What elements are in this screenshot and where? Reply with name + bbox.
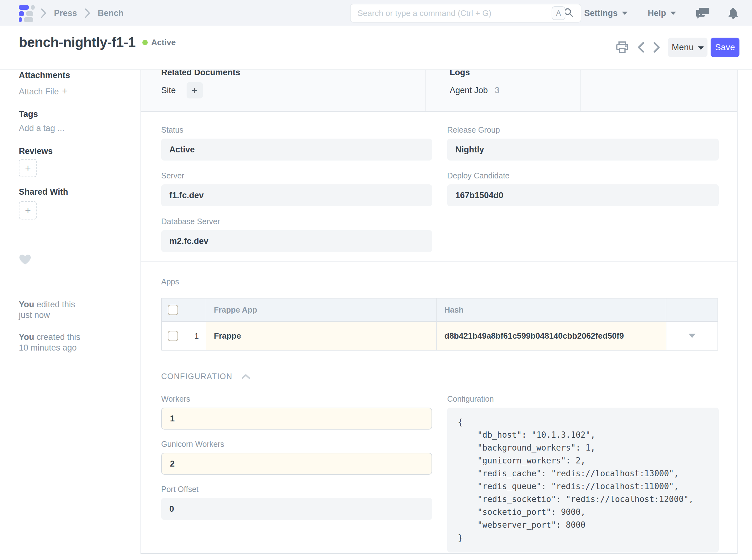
- workers-field: Workers 1: [161, 395, 432, 429]
- settings-menu[interactable]: Settings: [584, 8, 629, 18]
- details-section: Status Active Release Group Nightly Serv…: [141, 112, 737, 261]
- dashboard-empty-column: [580, 70, 737, 111]
- activity-action: created this: [37, 332, 81, 342]
- like-heart-icon[interactable]: [19, 254, 31, 266]
- notifications-bell-icon[interactable]: [728, 7, 739, 19]
- chevron-right-icon: [84, 8, 91, 19]
- agent-job-link[interactable]: Agent Job: [450, 86, 488, 95]
- configuration-section-heading: CONFIGURATION: [161, 372, 232, 381]
- created-activity: You created this10 minutes ago: [19, 332, 80, 353]
- add-review-button[interactable]: +: [19, 159, 37, 177]
- server-field-value[interactable]: f1.fc.dev: [161, 184, 432, 206]
- apps-grid-header: Frappe App Hash: [162, 299, 717, 322]
- page-actions: Menu Save: [616, 38, 739, 57]
- logs-heading: Logs: [450, 70, 470, 77]
- edited-activity: You edited thisjust now: [19, 299, 75, 320]
- apps-grid: Frappe App Hash 1 Frappe d8b421b49a8bf61…: [161, 298, 718, 351]
- chevron-up-icon: [241, 374, 251, 379]
- save-button-label: Save: [715, 42, 735, 52]
- release-group-field-value[interactable]: Nightly: [447, 139, 719, 161]
- row-expand-dropdown-icon[interactable]: [689, 334, 696, 338]
- gunicorn-workers-input[interactable]: 2: [161, 453, 432, 475]
- save-button[interactable]: Save: [711, 38, 739, 57]
- attach-file-button[interactable]: Attach File+: [19, 85, 68, 97]
- page-title: bench-nightly-f1-1: [19, 35, 136, 50]
- workers-input[interactable]: 1: [161, 407, 432, 429]
- form-sidebar: Attachments Attach File+ Tags Add a tag …: [19, 70, 138, 560]
- plus-icon: +: [192, 84, 198, 97]
- reviews-heading: Reviews: [19, 146, 53, 156]
- print-icon[interactable]: [616, 41, 629, 53]
- help-menu[interactable]: Help: [648, 8, 677, 18]
- frappe-logo-icon[interactable]: [19, 5, 36, 22]
- status-indicator: Active: [142, 38, 176, 47]
- status-field-value[interactable]: Active: [161, 139, 432, 161]
- site-link[interactable]: Site: [161, 86, 176, 95]
- add-site-button[interactable]: +: [186, 82, 203, 98]
- shared-with-heading: Shared With: [19, 187, 68, 197]
- plus-icon: +: [25, 205, 31, 216]
- agent-job-count: 3: [495, 86, 499, 95]
- select-all-checkbox[interactable]: [168, 305, 178, 315]
- related-documents-heading: Related Documents: [161, 70, 240, 77]
- hash-cell[interactable]: d8b421b49a8bf61c599b048140cbb2062fed50f9: [436, 322, 666, 350]
- activity-when: 10 minutes ago: [19, 343, 77, 353]
- table-row: 1 Frappe d8b421b49a8bf61c599b048140cbb20…: [162, 322, 717, 350]
- help-label: Help: [648, 8, 666, 18]
- frappe-app-cell[interactable]: Frappe: [206, 322, 436, 350]
- frappe-desk-bench-form: Press Bench A Settings Help: [0, 0, 752, 560]
- avatar-letter: A: [556, 9, 561, 18]
- chevron-down-icon: [670, 11, 677, 15]
- plus-icon: +: [25, 162, 31, 174]
- status-indicator-label: Active: [151, 38, 176, 47]
- form-layout: Attachments Attach File+ Tags Add a tag …: [0, 70, 752, 560]
- row-index: 1: [194, 332, 199, 341]
- configuration-json-field: Configuration { "db_host": "10.1.3.102",…: [447, 395, 719, 553]
- configuration-section: CONFIGURATION Workers 1 Gunicorn Workers…: [141, 359, 737, 553]
- plus-icon: +: [62, 85, 68, 97]
- port-offset-field: Port Offset 0: [161, 485, 432, 520]
- logs-column: Logs Agent Job 3: [425, 70, 580, 111]
- search-input[interactable]: [357, 8, 563, 18]
- status-field: Status Active: [161, 125, 432, 161]
- deploy-candidate-field-label: Deploy Candidate: [447, 171, 719, 180]
- port-offset-field-label: Port Offset: [161, 485, 432, 494]
- column-header-hash: Hash: [444, 305, 463, 315]
- release-group-field-label: Release Group: [447, 125, 719, 135]
- menu-button-label: Menu: [672, 42, 694, 52]
- form-body: Related Documents Site + Logs Agent Job …: [140, 70, 737, 554]
- settings-label: Settings: [584, 8, 618, 18]
- database-server-field-value[interactable]: m2.fc.dev: [161, 230, 432, 252]
- tags-heading: Tags: [19, 109, 38, 119]
- row-checkbox[interactable]: [168, 331, 178, 341]
- server-field: Server f1.fc.dev: [161, 171, 432, 206]
- gunicorn-workers-field: Gunicorn Workers 2: [161, 440, 432, 475]
- port-offset-value[interactable]: 0: [161, 498, 432, 520]
- menu-button[interactable]: Menu: [668, 38, 708, 57]
- related-documents-column: Related Documents Site +: [141, 70, 425, 111]
- form-dashboard: Related Documents Site + Logs Agent Job …: [141, 70, 737, 112]
- configuration-section-toggle[interactable]: CONFIGURATION: [161, 372, 251, 381]
- attachments-heading: Attachments: [19, 71, 70, 80]
- workers-field-label: Workers: [161, 395, 432, 403]
- chat-icon[interactable]: [696, 7, 709, 19]
- prev-document-icon[interactable]: [637, 41, 645, 53]
- navbar-actions: A Settings Help: [552, 0, 739, 26]
- deploy-candidate-field-value[interactable]: 167b1504d0: [447, 184, 719, 206]
- chevron-right-icon: [40, 8, 47, 19]
- configuration-json-label: Configuration: [447, 395, 719, 403]
- related-site-item: Site +: [161, 82, 203, 98]
- add-share-button[interactable]: +: [19, 201, 37, 219]
- hash-value: d8b421b49a8bf61c599b048140cbb2062fed50f9: [444, 331, 624, 341]
- avatar[interactable]: A: [552, 6, 566, 20]
- add-tag-input[interactable]: Add a tag ...: [19, 123, 65, 133]
- next-document-icon[interactable]: [653, 41, 661, 53]
- chevron-down-icon: [698, 46, 704, 50]
- breadcrumb-bench[interactable]: Bench: [98, 8, 124, 18]
- activity-actor: You: [19, 300, 34, 309]
- breadcrumb-press[interactable]: Press: [54, 8, 77, 18]
- global-search: [350, 4, 581, 23]
- activity-actor: You: [19, 332, 34, 342]
- page-head: bench-nightly-f1-1 Active Menu Save: [0, 26, 752, 69]
- navbar: Press Bench A Settings Help: [0, 0, 752, 26]
